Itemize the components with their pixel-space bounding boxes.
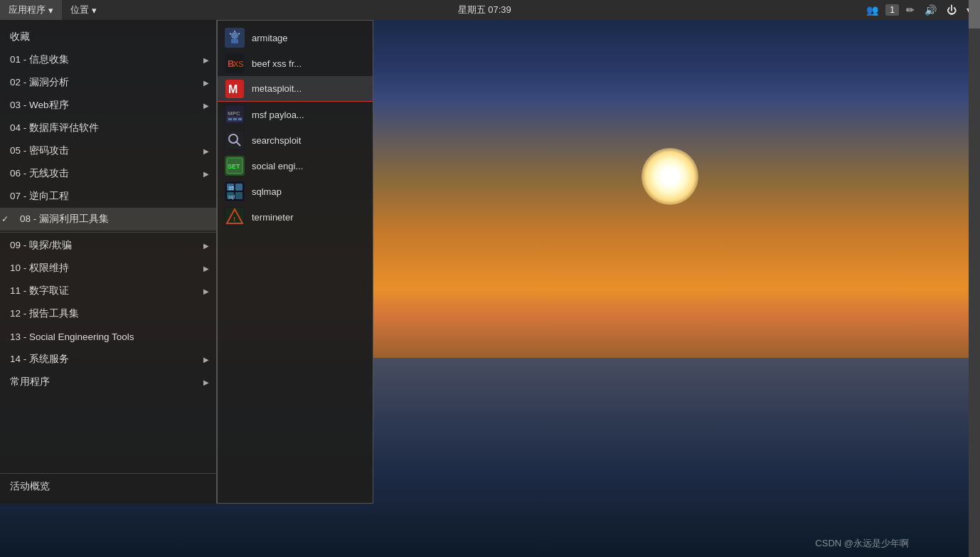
sun-graphic bbox=[641, 148, 698, 205]
menu-item-11[interactable]: 11 - 数字取证 ▶ bbox=[0, 280, 216, 302]
scrollbar-thumb[interactable] bbox=[969, 0, 980, 28]
menu-item-02-arrow: ▶ bbox=[203, 79, 209, 87]
termineter-icon: ! bbox=[225, 207, 245, 227]
submenu-item-sqlmap-label: sqlmap bbox=[252, 186, 282, 197]
menu-item-05[interactable]: 05 - 密码攻击 ▶ bbox=[0, 139, 216, 162]
submenu-item-msfpayload-label: msf payloa... bbox=[252, 110, 304, 120]
msfpayload-icon: MPC bbox=[225, 105, 245, 124]
menu-item-07[interactable]: 07 - 逆向工程 bbox=[0, 185, 216, 208]
menu-item-01-label: 01 - 信息收集 bbox=[10, 53, 69, 66]
submenu-item-metasploit-label: metasploit... bbox=[252, 83, 302, 94]
armitage-icon bbox=[225, 28, 245, 48]
svg-rect-16 bbox=[225, 131, 244, 149]
submenu-item-searchsploit-label: searchsploit bbox=[252, 135, 301, 146]
menu-item-09-arrow: ▶ bbox=[203, 242, 209, 250]
svg-point-0 bbox=[231, 32, 238, 39]
volume-icon[interactable]: 🔊 bbox=[922, 4, 939, 16]
watermark: CSDN @永远是少年啊 bbox=[815, 537, 909, 550]
power-icon[interactable]: ⏻ bbox=[944, 4, 959, 16]
menu-item-09[interactable]: 09 - 嗅探/欺骗 ▶ bbox=[0, 234, 216, 257]
menu-item-13-label: 13 - Social Engineering Tools bbox=[10, 331, 134, 342]
menu-item-06-arrow: ▶ bbox=[203, 170, 209, 178]
app-menu-label: 应用程序 bbox=[9, 4, 46, 16]
menu-item-02-label: 02 - 漏洞分析 bbox=[10, 76, 69, 89]
menu-item-06-label: 06 - 无线攻击 bbox=[10, 167, 69, 180]
submenu-item-msfpayload[interactable]: MPC msf payloa... bbox=[218, 102, 373, 127]
metasploit-icon: M bbox=[225, 79, 245, 99]
taskbar: 应用程序 ▾ 位置 ▾ 星期五 07:39 👥 1 ✏ 🔊 ⏻ ▾ bbox=[0, 0, 980, 20]
menu-item-08[interactable]: ✓ 08 - 漏洞利用工具集 bbox=[0, 208, 216, 230]
menu-item-common-arrow: ▶ bbox=[203, 378, 209, 386]
location-menu-label: 位置 bbox=[70, 4, 89, 16]
menu-item-14-arrow: ▶ bbox=[203, 356, 209, 364]
submenu-item-searchsploit[interactable]: searchsploit bbox=[218, 127, 373, 153]
taskbar-right: 👥 1 ✏ 🔊 ⏻ ▾ bbox=[863, 4, 980, 16]
svg-rect-15 bbox=[238, 118, 242, 120]
menu-right-panel: armitage B XSS beef xss fr... M metasplo bbox=[217, 20, 373, 504]
svg-text:!: ! bbox=[233, 216, 235, 223]
menu-separator-1 bbox=[0, 232, 216, 233]
pen-icon: ✏ bbox=[903, 4, 917, 16]
menu-item-12-label: 12 - 报告工具集 bbox=[10, 307, 79, 320]
submenu-item-sqlmap[interactable]: 35 sql sqlmap bbox=[218, 179, 373, 204]
menu-item-13[interactable]: 13 - Social Engineering Tools bbox=[0, 325, 216, 348]
app-menu-button[interactable]: 应用程序 ▾ bbox=[0, 0, 62, 20]
taskbar-left: 应用程序 ▾ 位置 ▾ bbox=[0, 0, 105, 20]
svg-rect-14 bbox=[233, 118, 237, 120]
menu-item-03[interactable]: 03 - Web程序 ▶ bbox=[0, 94, 216, 117]
svg-text:35: 35 bbox=[228, 186, 234, 191]
scrollbar[interactable] bbox=[969, 0, 980, 557]
menu-activity-overview-label: 活动概览 bbox=[10, 480, 50, 493]
menu-item-11-arrow: ▶ bbox=[203, 287, 209, 295]
svg-text:XSS: XSS bbox=[233, 60, 243, 68]
submenu-item-metasploit[interactable]: M metasploit... bbox=[218, 76, 373, 102]
menu-item-04[interactable]: 04 - 数据库评估软件 bbox=[0, 117, 216, 139]
menu-item-14[interactable]: 14 - 系统服务 ▶ bbox=[0, 348, 216, 371]
menu-item-14-label: 14 - 系统服务 bbox=[10, 353, 69, 366]
svg-rect-26 bbox=[235, 192, 243, 199]
submenu-item-termineter[interactable]: ! termineter bbox=[218, 204, 373, 230]
menu-left-panel: 收藏 01 - 信息收集 ▶ 02 - 漏洞分析 ▶ 03 - Web程序 ▶ … bbox=[0, 20, 217, 504]
submenu-item-armitage-label: armitage bbox=[252, 33, 288, 43]
menu-item-08-check: ✓ bbox=[1, 214, 9, 224]
workspace-number[interactable]: 1 bbox=[885, 4, 899, 16]
svg-text:SET: SET bbox=[228, 163, 240, 170]
menu-item-10-arrow: ▶ bbox=[203, 265, 209, 272]
sqlmap-icon: 35 sql bbox=[225, 181, 245, 201]
submenu-item-set[interactable]: SET social engi... bbox=[218, 153, 373, 179]
beef-icon: B XSS bbox=[225, 53, 245, 73]
menu-item-03-arrow: ▶ bbox=[203, 102, 209, 110]
menu-item-favorites[interactable]: 收藏 bbox=[0, 26, 216, 48]
svg-text:M: M bbox=[228, 83, 238, 95]
taskbar-clock: 星期五 07:39 bbox=[105, 4, 863, 16]
menu-item-01-arrow: ▶ bbox=[203, 56, 209, 64]
menu-container: 收藏 01 - 信息收集 ▶ 02 - 漏洞分析 ▶ 03 - Web程序 ▶ … bbox=[0, 20, 373, 504]
menu-item-04-label: 04 - 数据库评估软件 bbox=[10, 122, 99, 134]
menu-item-02[interactable]: 02 - 漏洞分析 ▶ bbox=[0, 71, 216, 94]
svg-text:sql: sql bbox=[228, 194, 235, 200]
menu-item-common-label: 常用程序 bbox=[10, 376, 50, 388]
svg-rect-13 bbox=[228, 118, 232, 120]
menu-item-common[interactable]: 常用程序 ▶ bbox=[0, 371, 216, 393]
menu-item-01[interactable]: 01 - 信息收集 ▶ bbox=[0, 48, 216, 71]
menu-item-12[interactable]: 12 - 报告工具集 bbox=[0, 302, 216, 325]
submenu-item-armitage[interactable]: armitage bbox=[218, 25, 373, 51]
svg-text:MPC: MPC bbox=[228, 110, 240, 117]
svg-rect-24 bbox=[235, 184, 243, 191]
menu-activity-overview[interactable]: 活动概览 bbox=[0, 475, 216, 498]
menu-item-06[interactable]: 06 - 无线攻击 ▶ bbox=[0, 162, 216, 185]
menu-item-09-label: 09 - 嗅探/欺骗 bbox=[10, 239, 72, 252]
app-menu-arrow: ▾ bbox=[48, 5, 53, 16]
menu-item-favorites-label: 收藏 bbox=[10, 31, 30, 43]
location-menu-arrow: ▾ bbox=[92, 5, 97, 16]
menu-item-03-label: 03 - Web程序 bbox=[10, 99, 69, 112]
svg-rect-1 bbox=[231, 39, 238, 43]
people-icon[interactable]: 👥 bbox=[863, 4, 881, 16]
menu-item-10[interactable]: 10 - 权限维持 ▶ bbox=[0, 257, 216, 280]
searchsploit-icon bbox=[225, 130, 245, 150]
menu-item-10-label: 10 - 权限维持 bbox=[10, 262, 69, 275]
menu-item-08-label: 08 - 漏洞利用工具集 bbox=[20, 213, 109, 226]
submenu-item-beef[interactable]: B XSS beef xss fr... bbox=[218, 51, 373, 76]
svg-line-4 bbox=[230, 33, 231, 34]
location-menu-button[interactable]: 位置 ▾ bbox=[62, 0, 105, 20]
